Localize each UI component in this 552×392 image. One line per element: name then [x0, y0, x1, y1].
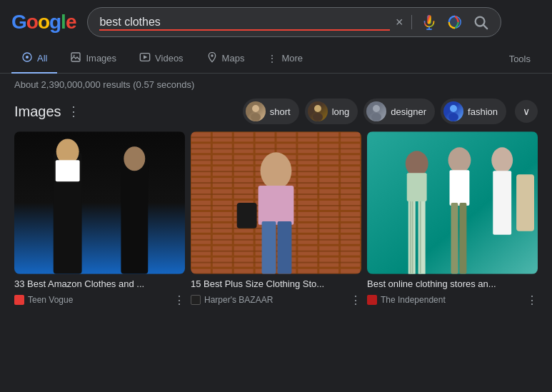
clear-icon[interactable]: ×: [396, 15, 403, 30]
svg-point-12: [252, 105, 259, 112]
source-more-3[interactable]: ⋮: [526, 293, 538, 307]
expand-filters-button[interactable]: ∨: [515, 100, 538, 123]
svg-point-18: [450, 105, 457, 112]
tools-button[interactable]: Tools: [499, 48, 541, 70]
caption-source-3: The Independent ⋮: [367, 293, 538, 307]
mic-icon[interactable]: [421, 14, 438, 31]
caption-title-1: 33 Best Amazon Clothes and ...: [14, 278, 185, 291]
source-name-1: Teen Vogue: [28, 295, 73, 305]
svg-rect-42: [420, 201, 421, 274]
svg-rect-49: [516, 174, 534, 231]
tab-maps[interactable]: Maps: [196, 44, 255, 74]
search-icons: ×: [396, 14, 490, 31]
header: Google best clothes ×: [0, 0, 552, 44]
images-section: Images ⋮ short long d: [0, 96, 552, 314]
image-card-3[interactable]: Best online clothing stores an... The In…: [367, 131, 538, 308]
videos-tab-icon: [139, 51, 151, 65]
filter-chip-designer[interactable]: designer: [363, 99, 435, 124]
images-title: Images: [14, 104, 61, 120]
tab-all[interactable]: All: [11, 44, 57, 74]
search-bar[interactable]: best clothes ×: [87, 7, 501, 37]
images-more-icon[interactable]: ⋮: [67, 104, 80, 119]
svg-point-43: [448, 147, 471, 173]
chip-avatar-designer: [366, 101, 386, 121]
image-caption-3: Best online clothing stores an... The In…: [367, 274, 538, 308]
svg-rect-40: [412, 201, 413, 274]
image-thumb-3: [367, 131, 538, 274]
source-info-3: The Independent: [367, 295, 446, 305]
svg-point-14: [314, 105, 321, 112]
chip-label-long: long: [332, 106, 350, 117]
filter-chip-long[interactable]: long: [305, 99, 358, 124]
svg-line-4: [484, 25, 488, 29]
svg-rect-23: [56, 160, 80, 181]
svg-marker-10: [144, 55, 147, 59]
svg-rect-20: [14, 131, 185, 273]
lens-icon[interactable]: [446, 14, 463, 31]
svg-rect-34: [237, 203, 257, 228]
chip-avatar-long: [308, 101, 328, 121]
chip-label-short: short: [270, 106, 291, 117]
tab-more[interactable]: ⋮ More: [257, 46, 313, 73]
svg-point-13: [251, 113, 261, 121]
all-tab-icon: [21, 51, 33, 65]
caption-source-1: Teen Vogue ⋮: [14, 293, 185, 307]
chip-avatar-short: [246, 101, 266, 121]
source-more-1[interactable]: ⋮: [174, 293, 185, 307]
tab-all-label: All: [37, 53, 47, 64]
svg-point-8: [74, 55, 75, 56]
search-input[interactable]: best clothes: [99, 16, 389, 29]
images-header: Images ⋮ short long d: [14, 99, 538, 124]
svg-point-6: [26, 56, 29, 59]
svg-point-15: [313, 113, 323, 121]
image-thumb-2: [191, 131, 361, 274]
svg-point-17: [371, 113, 381, 121]
svg-rect-39: [410, 201, 411, 274]
source-favicon-2: [191, 295, 201, 305]
tab-images[interactable]: Images: [60, 44, 126, 74]
search-submit-icon[interactable]: [472, 14, 489, 31]
image-caption-1: 33 Best Amazon Clothes and ... Teen Vogu…: [14, 274, 185, 308]
chip-label-designer: designer: [391, 106, 426, 117]
image-grid: 33 Best Amazon Clothes and ... Teen Vogu…: [14, 131, 538, 308]
filter-chip-fashion[interactable]: fashion: [441, 99, 506, 124]
google-logo[interactable]: Google: [11, 11, 76, 34]
tab-images-label: Images: [86, 53, 116, 64]
tab-maps-label: Maps: [222, 53, 245, 64]
source-name-3: The Independent: [381, 295, 446, 305]
caption-source-2: Harper's BAZAAR ⋮: [191, 293, 361, 307]
source-info-1: Teen Vogue: [14, 295, 73, 305]
svg-rect-41: [418, 201, 426, 274]
images-tab-icon: [70, 51, 81, 65]
svg-point-30: [261, 152, 292, 189]
image-card-1[interactable]: 33 Best Amazon Clothes and ... Teen Vogu…: [14, 131, 185, 308]
image-caption-2: 15 Best Plus Size Clothing Sto... Harper…: [191, 274, 361, 308]
svg-rect-31: [259, 186, 294, 225]
source-favicon-3: [367, 295, 377, 305]
svg-point-19: [448, 113, 458, 121]
nav-tabs: All Images Videos Maps ⋮ More Tools: [0, 44, 552, 74]
svg-point-16: [373, 105, 380, 112]
divider: [411, 15, 412, 29]
filter-chips: short long designer fas: [243, 99, 538, 124]
svg-point-36: [406, 151, 428, 176]
svg-point-11: [211, 54, 213, 56]
source-name-2: Harper's BAZAAR: [204, 295, 273, 305]
svg-rect-46: [459, 203, 466, 274]
tab-videos[interactable]: Videos: [129, 44, 194, 74]
maps-tab-icon: [206, 51, 218, 65]
svg-rect-44: [450, 170, 470, 206]
tab-videos-label: Videos: [155, 53, 184, 64]
svg-rect-33: [277, 221, 291, 274]
svg-rect-48: [493, 171, 511, 235]
chip-label-fashion: fashion: [468, 106, 498, 117]
tab-more-label: More: [281, 53, 303, 64]
chip-avatar-fashion: [443, 101, 463, 121]
filter-chip-short[interactable]: short: [243, 99, 299, 124]
more-tab-icon: ⋮: [267, 53, 277, 64]
image-card-2[interactable]: 15 Best Plus Size Clothing Sto... Harper…: [191, 131, 361, 308]
image-thumb-1: [14, 131, 185, 274]
svg-point-47: [491, 147, 513, 173]
svg-rect-32: [262, 221, 276, 274]
source-more-2[interactable]: ⋮: [350, 293, 361, 307]
